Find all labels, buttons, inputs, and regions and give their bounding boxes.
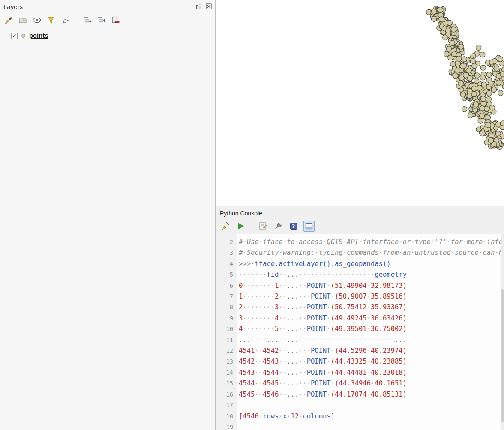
collapse-all-button[interactable] [96,15,107,25]
wrench-icon [274,222,282,230]
line-number: 5 [216,269,237,280]
svg-text:?: ? [292,224,295,230]
line-number: 15 [216,378,237,389]
line-number: 3 [216,248,237,258]
python-console-title: Python Console [220,210,262,217]
panel-icon [305,222,313,230]
console-line: 3#·Security·warning:·typing·commands·fro… [216,248,504,258]
run-icon [237,222,245,230]
console-line: 82········3··...··POINT·(50.75412·35.933… [216,302,504,313]
console-line: 144543··4544··...··POINT·(44.44481·40.23… [216,367,504,378]
open-layer-styling-button[interactable] [3,15,14,25]
map-points-svg [216,0,504,206]
console-line: 18[4546·rows·x·12·columns] [216,411,504,422]
line-number: 2 [216,237,237,248]
right-side: Python Console [216,0,504,430]
console-line: 4>>>·iface.activeLayer().as_geopandas() [216,259,504,269]
options-button[interactable] [273,221,284,232]
line-number: 14 [216,367,237,378]
python-console-panel: Python Console [216,206,504,430]
layer-label[interactable]: points [29,32,48,39]
console-line: 11...····...··...·······················… [216,335,504,346]
layer-tree: ✓ points [0,27,215,430]
folder-plus-icon [18,16,27,24]
console-line: 71········2··...···POINT·(50.9007·35.895… [216,291,504,302]
line-number: 17 [216,400,237,411]
help-button[interactable]: ? [288,221,299,232]
console-line: 104········5··...··POINT·(49.39501·36.75… [216,324,504,334]
svg-text:ε: ε [63,17,66,24]
filter-legend-button[interactable] [46,15,56,25]
add-group-button[interactable] [18,15,28,25]
script-icon [258,222,267,230]
console-scrollbar-thumb[interactable] [501,289,504,422]
help-book-icon: ? [289,222,298,230]
filter-by-expression-button[interactable]: ε ▾ [60,15,70,25]
manage-map-themes-button[interactable]: ▾ [32,15,42,25]
line-number: 8 [216,302,237,313]
line-number: 9 [216,313,237,324]
layer-visibility-checkbox[interactable]: ✓ [11,33,18,39]
remove-layer-button[interactable] [111,15,121,25]
dock-console-button[interactable] [303,221,315,232]
clear-console-button[interactable] [220,221,231,232]
layers-panel-titlebar: Layers [0,0,215,13]
close-panel-button[interactable] [205,3,212,10]
map-canvas[interactable] [216,0,504,206]
toolbar-separator [252,222,252,230]
layers-toolbar: ▾ ε ▾ [0,13,215,27]
line-number: 19 [216,422,237,430]
console-line: 93········4··...··POINT·(49.49245·36.634… [216,313,504,324]
layers-panel-window-buttons [195,3,212,10]
console-line: 124541··4542··...···POINT·(44.5296·40.23… [216,346,504,356]
line-number: 6 [216,281,237,291]
console-lines: 2#·Use·iface·to·access·QGIS·API·interfac… [216,237,504,430]
console-line: 19 [216,422,504,430]
undock-icon [196,3,202,9]
brush-icon [4,16,13,24]
line-number: 7 [216,291,237,302]
close-icon [206,3,212,9]
broom-icon [221,221,230,231]
float-panel-button[interactable] [195,3,202,10]
python-console-titlebar: Python Console [216,206,504,218]
line-number: 18 [216,411,237,422]
console-line: 164545··4546··...··POINT·(44.17074·40.85… [216,389,504,400]
python-console-toolbar: ? [216,218,504,234]
run-command-button[interactable] [235,221,246,232]
point-symbol-icon [21,34,25,38]
collapse-all-icon [97,16,106,24]
show-editor-button[interactable] [257,221,268,232]
line-number: 11 [216,335,237,346]
console-output-area[interactable]: 2#·Use·iface·to·access·QGIS·API·interfac… [216,234,504,430]
console-line: 2#·Use·iface·to·access·QGIS·API·interfac… [216,237,504,248]
chevron-down-icon: ▾ [39,18,41,22]
console-line: 60········1··...··POINT·(51.49904·32.981… [216,281,504,291]
console-line: 5·······fid··...···················geome… [216,269,504,280]
layers-panel-title: Layers [3,3,23,10]
console-scrollbar[interactable] [501,234,504,430]
line-number: 12 [216,346,237,356]
line-number: 13 [216,356,237,367]
line-number: 16 [216,389,237,400]
console-line: 154544··4545··...···POINT·(44.34946·40.1… [216,378,504,389]
layers-panel: Layers [0,0,216,430]
line-number: 4 [216,259,237,269]
console-line: 134542··4543··...··POINT·(44.43325·40.23… [216,356,504,367]
remove-layer-icon [111,16,120,24]
layer-row-points[interactable]: ✓ points [11,31,215,40]
expand-all-icon [83,16,92,24]
expand-all-button[interactable] [82,15,93,25]
funnel-icon [47,16,55,24]
line-number: 10 [216,324,237,334]
console-line: 17 [216,400,504,411]
chevron-down-icon: ▾ [67,18,69,22]
